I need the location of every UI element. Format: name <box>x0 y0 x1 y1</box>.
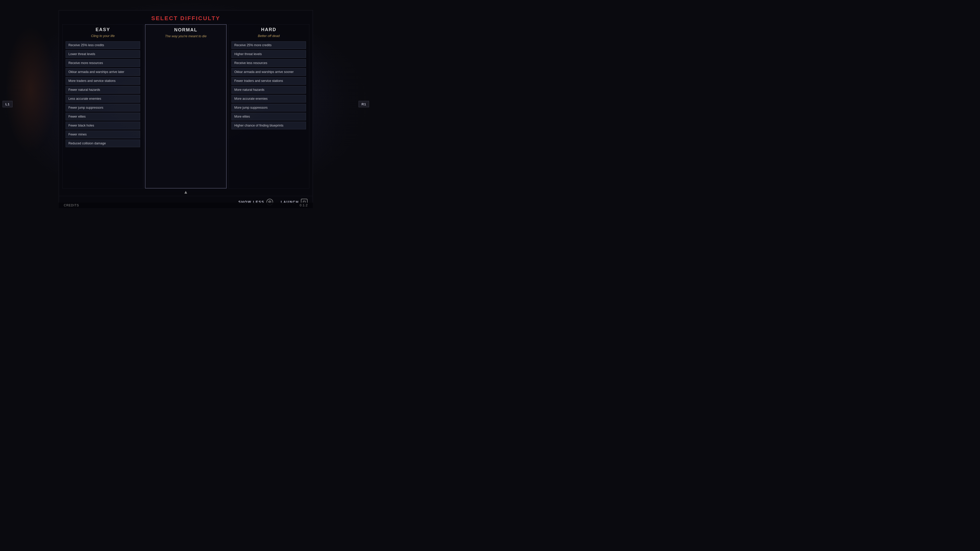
list-item: Fewer elites <box>65 113 140 121</box>
list-item: More natural hazards <box>231 86 306 94</box>
columns-wrapper: EASY Cling to your life Receive 25% less… <box>59 24 313 189</box>
page-title: SELECT DIFFICULTY <box>64 15 307 22</box>
list-item: More accurate enemies <box>231 95 306 103</box>
bg-ship-decoration <box>5 25 56 153</box>
list-item: Higher chance of finding blueprints <box>231 122 306 129</box>
normal-subtitle: The way you're meant to die <box>148 34 223 38</box>
scroll-arrow: ▲ <box>59 189 313 196</box>
list-item: Higher threat levels <box>231 50 306 58</box>
list-item: Fewer natural hazards <box>65 86 140 94</box>
easy-title: EASY <box>65 27 140 32</box>
hard-feature-list: Receive 25% more credits Higher threat l… <box>231 41 306 129</box>
credits-bar: CREDITS 0.1.2 <box>59 203 313 208</box>
version-label: 0.1.2 <box>300 203 308 207</box>
hard-title: HARD <box>231 27 306 32</box>
normal-column[interactable]: NORMAL The way you're meant to die <box>145 24 227 189</box>
modal-header: SELECT DIFFICULTY <box>59 11 313 24</box>
difficulty-modal: SELECT DIFFICULTY EASY Cling to your lif… <box>59 10 313 208</box>
nav-right-button[interactable]: R1 <box>359 101 369 107</box>
list-item: Receive more resources <box>65 59 140 67</box>
list-item: Receive 25% more credits <box>231 41 306 49</box>
credits-label: CREDITS <box>64 203 79 207</box>
list-item: Receive 25% less credits <box>65 41 140 49</box>
hard-subtitle: Better off dead <box>231 34 306 38</box>
list-item: Reduced collision damage <box>65 140 140 147</box>
list-item: Receive less resources <box>231 59 306 67</box>
list-item: More elites <box>231 113 306 121</box>
list-item: Fewer black holes <box>65 122 140 129</box>
easy-column[interactable]: EASY Cling to your life Receive 25% less… <box>62 24 143 189</box>
easy-feature-list: Receive 25% less credits Lower threat le… <box>65 41 140 147</box>
list-item: More jump suppressors <box>231 104 306 111</box>
nav-left-button[interactable]: L1 <box>3 101 13 107</box>
normal-title: NORMAL <box>148 27 223 33</box>
list-item: More traders and service stations <box>65 77 140 85</box>
list-item: Lower threat levels <box>65 50 140 58</box>
list-item: Less accurate enemies <box>65 95 140 103</box>
list-item: Okkar armada and warships arrive sooner <box>231 68 306 76</box>
list-item: Okkar armada and warships arrive later <box>65 68 140 76</box>
easy-subtitle: Cling to your life <box>65 34 140 38</box>
list-item: Fewer traders and service stations <box>231 77 306 85</box>
list-item: Fewer mines <box>65 130 140 138</box>
hard-column[interactable]: HARD Better off dead Receive 25% more cr… <box>228 24 309 189</box>
list-item: Fewer jump suppressors <box>65 104 140 111</box>
